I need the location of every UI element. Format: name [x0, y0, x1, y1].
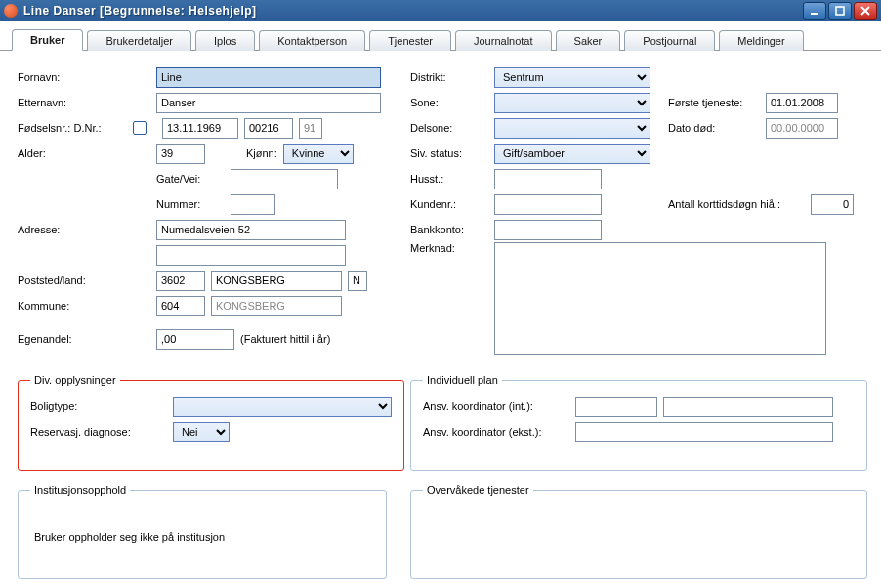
tab-bar: Bruker Brukerdetaljer Iplos Kontaktperso…	[0, 21, 881, 51]
merknad-textarea[interactable]	[494, 242, 826, 355]
bankkonto-label: Bankkonto:	[410, 224, 488, 235]
div-opplysninger-legend: Div. opplysninger	[30, 374, 120, 386]
tab-journalnotat[interactable]: Journalnotat	[455, 30, 552, 51]
gatevei-input[interactable]	[231, 169, 338, 189]
distrikt-select[interactable]: Sentrum	[494, 67, 650, 88]
merknad-label: Merknad:	[410, 242, 488, 254]
koordinator-ekst-label: Ansv. koordinator (ekst.):	[423, 426, 569, 438]
adresse1-input[interactable]	[156, 220, 346, 240]
kommunenavn-input[interactable]	[211, 296, 342, 316]
tab-meldinger[interactable]: Meldinger	[719, 30, 803, 51]
window-title-bar: Line Danser [Begrunnelse: Helsehjelp]	[0, 0, 881, 21]
reservasj-label: Reservasj. diagnose:	[30, 426, 167, 438]
dnr-checkbox[interactable]	[133, 121, 147, 135]
sivstatus-label: Siv. status:	[410, 147, 488, 159]
sivstatus-select[interactable]: Gift/samboer	[494, 144, 650, 164]
institusjonsopphold-legend: Institusjonsopphold	[30, 484, 130, 496]
fodselsdato-input[interactable]	[162, 118, 238, 139]
reservasj-select[interactable]: Nei	[173, 422, 230, 442]
institusjonsopphold-fieldset: Institusjonsopphold Bruker oppholder seg…	[18, 484, 387, 579]
individuell-plan-legend: Individuell plan	[423, 374, 502, 386]
husst-input[interactable]	[494, 169, 602, 189]
alder-label: Alder:	[18, 147, 150, 159]
egenandel-label: Egenandel:	[18, 333, 150, 345]
husst-label: Husst.:	[410, 173, 488, 185]
tab-saker[interactable]: Saker	[556, 30, 621, 51]
kundenr-label: Kundenr.:	[410, 198, 488, 210]
nummer-label: Nummer:	[156, 198, 225, 210]
close-icon	[860, 5, 871, 17]
fornavn-label: Fornavn:	[18, 71, 150, 83]
app-icon	[4, 4, 18, 18]
forstetjeneste-input[interactable]	[766, 93, 838, 113]
boligtype-label: Boligtype:	[30, 400, 167, 412]
etternavn-label: Etternavn:	[18, 97, 150, 108]
right-form: Distrikt: Sentrum Sone: Første tjeneste:…	[410, 64, 867, 355]
distrikt-label: Distrikt:	[410, 71, 488, 83]
adresse-label: Adresse:	[18, 224, 150, 235]
maximize-button[interactable]	[828, 2, 852, 20]
kundenr-input[interactable]	[494, 194, 602, 215]
bankkonto-input[interactable]	[494, 220, 602, 240]
close-button[interactable]	[854, 2, 877, 20]
adresse2-input[interactable]	[156, 245, 346, 266]
overvakede-tjenester-fieldset: Overvåkede tjenester	[410, 484, 867, 579]
koordinator-int-label: Ansv. koordinator (int.):	[423, 400, 569, 412]
window-title: Line Danser [Begrunnelse: Helsehjelp]	[23, 4, 803, 18]
delsone-select[interactable]	[494, 118, 650, 139]
minimize-icon	[809, 5, 820, 17]
tab-postjournal[interactable]: Postjournal	[624, 30, 715, 51]
left-form: Fornavn: Etternavn: Fødselsnr.: D.Nr.: A…	[18, 64, 387, 355]
egenandel-note: (Fakturert hittil i år)	[240, 333, 330, 345]
kommune-label: Kommune:	[18, 300, 150, 312]
egenandel-input[interactable]	[156, 329, 234, 350]
kjonn-select[interactable]: Kvinne	[283, 144, 354, 164]
minimize-button[interactable]	[803, 2, 826, 20]
koordinator-int-b-input[interactable]	[663, 397, 833, 417]
boligtype-select[interactable]	[173, 397, 392, 417]
personnr-ctrl-input[interactable]	[299, 118, 322, 139]
tab-bruker[interactable]: Bruker	[12, 29, 83, 51]
individuell-plan-fieldset: Individuell plan Ansv. koordinator (int.…	[410, 374, 867, 471]
sone-select[interactable]	[494, 93, 650, 113]
institusjon-text: Bruker oppholder seg ikke på institusjon	[30, 504, 374, 561]
kjonn-label: Kjønn:	[246, 147, 277, 159]
fodselsnr-label: Fødselsnr.: D.Nr.:	[18, 122, 127, 134]
tab-kontaktperson[interactable]: Kontaktperson	[259, 30, 365, 51]
land-input[interactable]	[348, 271, 367, 291]
datodod-input[interactable]	[766, 118, 838, 139]
koordinator-int-a-input[interactable]	[575, 397, 657, 417]
svg-rect-1	[836, 7, 844, 15]
poststed-label: Poststed/land:	[18, 274, 150, 286]
maximize-icon	[834, 5, 846, 17]
fornavn-input[interactable]	[156, 67, 381, 88]
etternavn-input[interactable]	[156, 93, 381, 113]
delsone-label: Delsone:	[410, 122, 488, 134]
sone-label: Sone:	[410, 97, 488, 108]
postnr-input[interactable]	[156, 271, 205, 291]
personnr-input[interactable]	[244, 118, 293, 139]
forstetjeneste-label: Første tjeneste:	[668, 97, 760, 108]
div-opplysninger-fieldset: Div. opplysninger Boligtype: Reservasj. …	[18, 374, 404, 471]
poststed-input[interactable]	[211, 271, 342, 291]
nummer-input[interactable]	[231, 194, 275, 215]
tab-iplos[interactable]: Iplos	[195, 30, 255, 51]
overvakede-legend: Overvåkede tjenester	[423, 484, 533, 496]
tab-tjenester[interactable]: Tjenester	[369, 30, 451, 51]
gatevei-label: Gate/Vei:	[156, 173, 225, 185]
datodod-label: Dato død:	[668, 122, 760, 134]
kommunenr-input[interactable]	[156, 296, 205, 316]
tab-brukerdetaljer[interactable]: Brukerdetaljer	[87, 30, 190, 51]
antallkortt-label: Antall korttidsdøgn hiå.:	[668, 198, 805, 210]
alder-input[interactable]	[156, 144, 205, 164]
koordinator-ekst-input[interactable]	[575, 422, 833, 442]
antallkortt-input[interactable]	[811, 194, 854, 215]
